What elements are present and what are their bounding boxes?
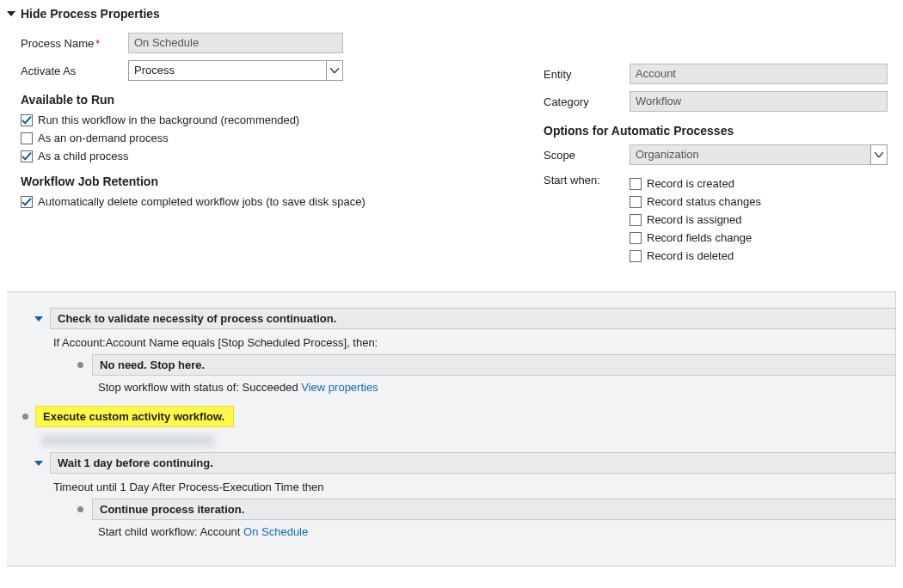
step-check-validate-condition: If Account:Account Name equals [Stop Sch… <box>53 336 896 349</box>
stop-here-step-title[interactable]: No need. Stop here. <box>92 354 896 376</box>
start-when-assigned-label: Record is assigned <box>647 213 742 226</box>
process-properties-panel: Process Name* On Schedule Activate As Pr… <box>7 33 896 291</box>
start-when-assigned-checkbox[interactable] <box>630 214 642 226</box>
category-field: Workflow <box>630 91 888 112</box>
bullet-icon <box>77 506 83 512</box>
run-background-checkbox[interactable] <box>21 114 33 126</box>
child-process-checkbox[interactable] <box>21 150 33 162</box>
available-to-run-heading: Available to Run <box>21 93 518 107</box>
start-when-fields-label: Record fields change <box>647 231 752 244</box>
bullet-icon <box>22 413 28 420</box>
execute-custom-activity-detail: redactedtext redactedtext redacted <box>41 434 896 447</box>
stop-workflow-detail: Stop workflow with status of: Succeeded … <box>98 381 896 394</box>
start-when-fields-checkbox[interactable] <box>630 232 642 244</box>
hide-process-properties-label: Hide Process Properties <box>21 7 160 21</box>
entity-field: Account <box>630 64 888 84</box>
start-when-status-checkbox[interactable] <box>630 196 642 208</box>
activate-as-select[interactable]: Process <box>128 60 343 81</box>
wait-step-condition: Timeout until 1 Day After Process-Execut… <box>53 481 896 493</box>
chevron-down-icon[interactable] <box>870 144 888 165</box>
start-when-deleted-label: Record is deleted <box>647 249 734 262</box>
start-when-label: Start when: <box>544 172 630 187</box>
bullet-icon <box>77 362 83 368</box>
hide-process-properties-toggle[interactable]: Hide Process Properties <box>7 7 896 21</box>
process-name-label: Process Name* <box>21 37 128 50</box>
auto-delete-label: Automatically delete completed workflow … <box>38 195 366 208</box>
child-workflow-link[interactable]: On Schedule <box>243 525 308 538</box>
on-demand-label: As an on-demand process <box>38 132 169 144</box>
collapse-triangle-icon <box>7 11 15 16</box>
required-asterisk-icon: * <box>95 38 100 50</box>
start-when-created-label: Record is created <box>647 177 734 190</box>
activate-as-label: Activate As <box>21 64 128 77</box>
child-process-label: As a child process <box>38 150 129 162</box>
scope-select[interactable]: Organization <box>630 144 888 165</box>
start-when-deleted-checkbox[interactable] <box>630 250 642 262</box>
execute-custom-activity-step-title[interactable]: Execute custom activity workflow. <box>35 406 234 427</box>
job-retention-heading: Workflow Job Retention <box>21 175 518 188</box>
category-label: Category <box>544 95 630 108</box>
process-name-field[interactable]: On Schedule <box>128 33 343 53</box>
scope-value: Organization <box>630 144 888 165</box>
start-when-status-label: Record status changes <box>647 195 761 208</box>
run-background-label: Run this workflow in the background (rec… <box>38 113 299 126</box>
expand-triangle-icon[interactable] <box>34 316 43 322</box>
expand-triangle-icon[interactable] <box>34 461 43 466</box>
auto-delete-checkbox[interactable] <box>21 196 33 208</box>
on-demand-checkbox[interactable] <box>21 132 33 144</box>
continue-iteration-step-title[interactable]: Continue process iteration. <box>92 499 896 520</box>
entity-label: Entity <box>544 68 630 81</box>
chevron-down-icon[interactable] <box>326 60 343 81</box>
start-when-created-checkbox[interactable] <box>630 178 642 190</box>
workflow-steps-panel: Check to validate necessity of process c… <box>7 291 896 567</box>
activate-as-value: Process <box>128 60 343 81</box>
start-child-workflow-detail: Start child workflow: Account On Schedul… <box>98 525 896 538</box>
automatic-options-heading: Options for Automatic Processes <box>544 124 896 138</box>
scope-label: Scope <box>544 149 630 162</box>
view-properties-link[interactable]: View properties <box>301 381 378 394</box>
wait-step-title[interactable]: Wait 1 day before continuing. <box>50 452 896 474</box>
step-check-validate-title[interactable]: Check to validate necessity of process c… <box>50 308 896 329</box>
